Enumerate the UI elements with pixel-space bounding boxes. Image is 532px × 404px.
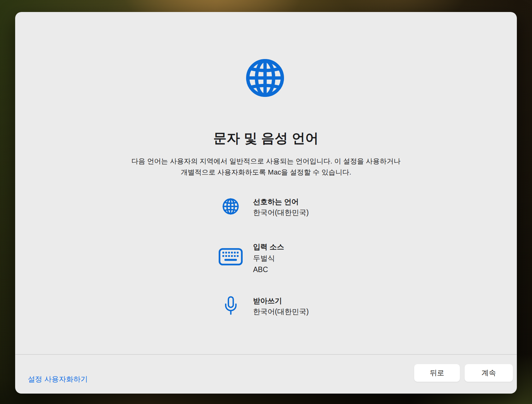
preferred-language-value: 한국어(대한민국) bbox=[253, 207, 309, 218]
input-source-value-2: ABC bbox=[253, 264, 284, 275]
input-source-value-1: 두벌식 bbox=[253, 252, 284, 264]
keyboard-icon bbox=[219, 241, 243, 275]
footer-divider bbox=[15, 354, 517, 355]
page-title: 문자 및 음성 언어 bbox=[15, 129, 517, 147]
input-sources-label: 입력 소스 bbox=[253, 241, 284, 252]
dictation-value: 한국어(대한민국) bbox=[253, 306, 309, 317]
setup-assistant-window: 문자 및 음성 언어 다음 언어는 사용자의 지역에서 일반적으로 사용되는 언… bbox=[15, 12, 517, 394]
preferred-language-row: 선호하는 언어 한국어(대한민국) bbox=[219, 196, 309, 218]
dictation-label: 받아쓰기 bbox=[253, 295, 309, 306]
customize-settings-link[interactable]: 설정 사용자화하기 bbox=[28, 374, 88, 384]
preferred-language-label: 선호하는 언어 bbox=[253, 196, 309, 207]
globe-icon bbox=[219, 196, 243, 218]
microphone-icon bbox=[219, 295, 243, 317]
globe-hero-icon bbox=[244, 57, 286, 99]
page-subtitle: 다음 언어는 사용자의 지역에서 일반적으로 사용되는 언어입니다. 이 설정을… bbox=[15, 156, 517, 178]
input-sources-row: 입력 소스 두벌식 ABC bbox=[219, 241, 284, 275]
subtitle-line-1: 다음 언어는 사용자의 지역에서 일반적으로 사용되는 언어입니다. 이 설정을… bbox=[15, 156, 517, 167]
continue-button[interactable]: 계속 bbox=[464, 364, 513, 382]
dictation-row: 받아쓰기 한국어(대한민국) bbox=[219, 295, 309, 317]
subtitle-line-2: 개별적으로 사용자화하도록 Mac을 설정할 수 있습니다. bbox=[15, 167, 517, 178]
back-button[interactable]: 뒤로 bbox=[414, 364, 460, 382]
